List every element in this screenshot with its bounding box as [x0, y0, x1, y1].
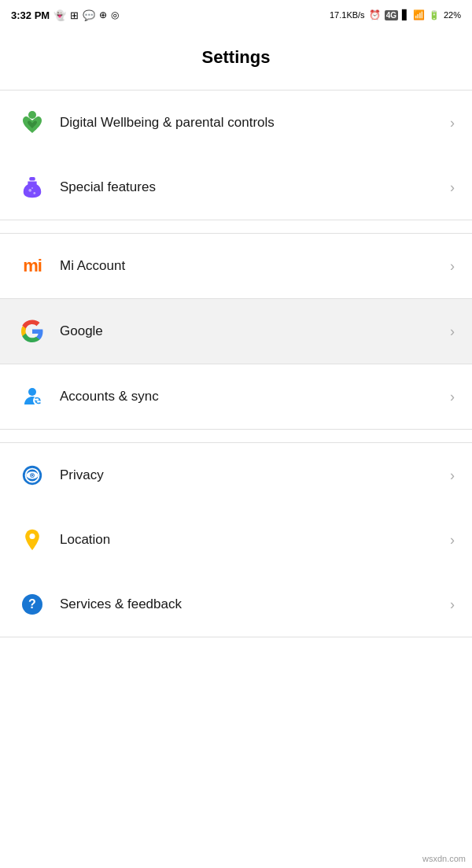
- special-features-chevron: ›: [450, 179, 455, 196]
- watermark: wsxdn.com: [422, 854, 466, 863]
- privacy-chevron: ›: [450, 467, 455, 484]
- svg-point-4: [31, 187, 33, 189]
- accounts-sync-chevron: ›: [450, 389, 455, 405]
- services-feedback-label: Services & feedback: [50, 596, 450, 613]
- wifi-icon: 📶: [413, 9, 425, 20]
- status-right: 17.1KB/s ⏰ 4G ▋ 📶 🔋 22%: [330, 9, 461, 20]
- settings-group-3: Privacy › Location › ? Services & feedba…: [0, 443, 472, 637]
- settings-group-2: mi Mi Account › Google ›: [0, 234, 472, 429]
- page-title: Settings: [0, 28, 472, 90]
- special-features-label: Special features: [50, 179, 450, 196]
- network-speed: 17.1KB/s: [330, 10, 365, 20]
- svg-point-0: [28, 111, 36, 119]
- special-features-icon: [14, 169, 50, 205]
- accounts-sync-label: Accounts & sync: [50, 388, 450, 405]
- signal-icon: ▋: [402, 9, 409, 20]
- settings-group-1: Digital Wellbeing & parental controls › …: [0, 90, 472, 220]
- location-icon: [14, 522, 50, 558]
- settings-item-google[interactable]: Google ›: [0, 299, 472, 364]
- battery-icon: 🔋: [429, 10, 440, 20]
- snapchat-icon: 👻: [53, 9, 66, 21]
- privacy-icon: [14, 457, 50, 493]
- svg-point-3: [33, 192, 35, 194]
- google-icon: [14, 313, 50, 349]
- settings-item-privacy[interactable]: Privacy ›: [0, 443, 472, 508]
- divider-bottom-3: [0, 637, 472, 637]
- privacy-label: Privacy: [50, 467, 450, 484]
- settings-item-special-features[interactable]: Special features ›: [0, 155, 472, 220]
- location-chevron: ›: [450, 532, 455, 549]
- mi-account-icon: mi: [14, 248, 50, 284]
- google-chevron: ›: [450, 323, 455, 340]
- svg-text:?: ?: [28, 597, 36, 611]
- battery-percent: 22%: [444, 10, 461, 20]
- svg-point-2: [28, 189, 31, 192]
- settings-item-location[interactable]: Location ›: [0, 508, 472, 572]
- whatsapp-icon: 💬: [83, 9, 95, 21]
- google-label: Google: [50, 323, 450, 340]
- settings-item-mi-account[interactable]: mi Mi Account ›: [0, 234, 472, 298]
- services-feedback-icon: ?: [14, 586, 50, 622]
- alarm-icon: ⏰: [369, 9, 381, 20]
- volte-icon: 4G: [385, 10, 398, 20]
- svg-rect-1: [29, 177, 35, 181]
- grid-icon: ⊞: [70, 9, 79, 21]
- svg-point-16: [29, 534, 35, 539]
- status-bar: 3:32 PM 👻 ⊞ 💬 ⊕ ◎ 17.1KB/s ⏰ 4G ▋ 📶 🔋 22…: [0, 0, 472, 28]
- wellbeing-icon: [14, 105, 50, 141]
- location-label: Location: [50, 531, 450, 549]
- globe-icon: ⊕: [99, 9, 107, 20]
- settings-item-services-feedback[interactable]: ? Services & feedback ›: [0, 572, 472, 637]
- mi-account-label: Mi Account: [50, 257, 450, 275]
- svg-point-15: [31, 475, 33, 476]
- digital-wellbeing-label: Digital Wellbeing & parental controls: [50, 114, 450, 131]
- status-left: 3:32 PM 👻 ⊞ 💬 ⊕ ◎: [11, 9, 119, 21]
- digital-wellbeing-chevron: ›: [450, 115, 455, 131]
- accounts-sync-icon: [14, 379, 50, 415]
- mi-account-chevron: ›: [450, 258, 455, 275]
- status-time: 3:32 PM: [11, 9, 50, 21]
- services-feedback-chevron: ›: [450, 597, 455, 613]
- settings-item-digital-wellbeing[interactable]: Digital Wellbeing & parental controls ›: [0, 90, 472, 155]
- instagram-icon: ◎: [111, 9, 119, 20]
- settings-item-accounts-sync[interactable]: Accounts & sync ›: [0, 364, 472, 429]
- svg-point-5: [28, 388, 36, 396]
